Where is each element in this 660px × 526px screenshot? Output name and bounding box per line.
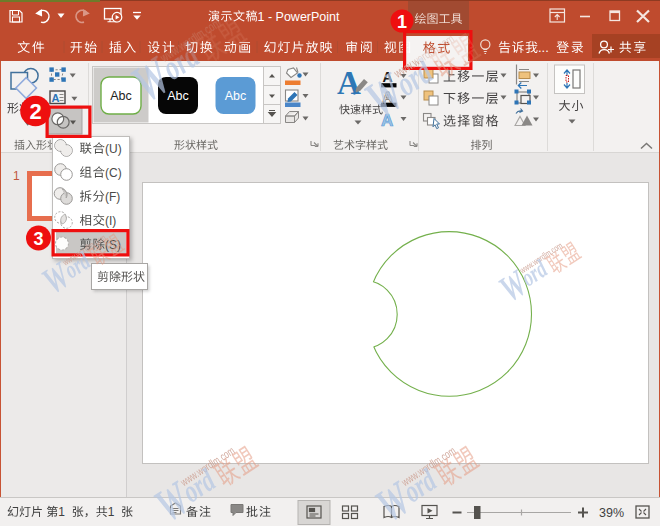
svg-text:3: 3: [33, 229, 43, 249]
svg-text:1: 1: [397, 12, 407, 32]
svg-text:2: 2: [29, 99, 41, 124]
